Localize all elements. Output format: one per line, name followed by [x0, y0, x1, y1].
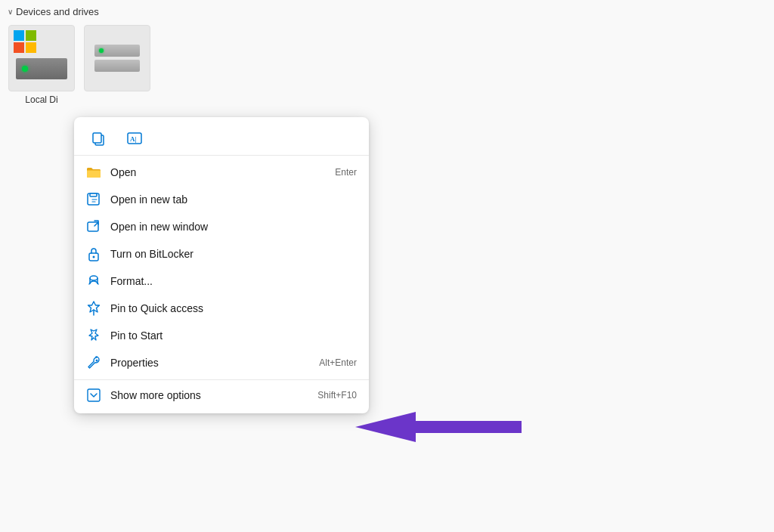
drive-label-1: Local Di	[25, 94, 57, 105]
rename-icon: A|	[126, 130, 143, 147]
menu-open-new-tab-label: Open in new tab	[110, 193, 357, 206]
server-bar-2	[94, 60, 140, 72]
menu-item-pin-quick[interactable]: Pin to Quick access	[74, 295, 369, 322]
svg-rect-2	[14, 42, 24, 53]
new-tab-icon	[86, 192, 101, 207]
pin-start-icon	[86, 328, 101, 343]
context-menu-top-icons: A|	[74, 122, 369, 156]
pin-start-svg	[87, 328, 101, 343]
svg-rect-15	[88, 389, 100, 401]
drive-body-1	[16, 58, 67, 79]
menu-item-properties[interactable]: Properties Alt+Enter	[74, 349, 369, 376]
menu-open-new-window-label: Open in new window	[110, 221, 357, 233]
folder-svg	[86, 166, 101, 178]
purple-arrow	[355, 404, 537, 452]
section-title: Devices and drives	[16, 6, 99, 17]
local-disk-item[interactable]: Local Di	[8, 25, 76, 105]
properties-icon	[86, 355, 101, 370]
menu-item-open-new-tab[interactable]: Open in new tab	[74, 186, 369, 213]
svg-point-12	[93, 256, 95, 258]
svg-rect-9	[90, 193, 97, 196]
menu-item-open-new-window[interactable]: Open in new window	[74, 213, 369, 240]
svg-rect-1	[26, 30, 36, 41]
svg-rect-0	[14, 30, 24, 41]
chevron-icon: ∨	[8, 8, 13, 16]
pin-quick-icon	[86, 301, 101, 316]
menu-open-shortcut: Enter	[335, 167, 357, 178]
menu-item-format[interactable]: Format...	[74, 268, 369, 295]
copy-icon-button[interactable]	[86, 126, 110, 150]
second-disk-icon	[84, 25, 150, 91]
menu-pin-quick-label: Pin to Quick access	[110, 302, 357, 314]
menu-item-pin-start[interactable]: Pin to Start	[74, 322, 369, 349]
new-window-svg	[87, 220, 101, 234]
second-disk-item[interactable]	[83, 25, 151, 105]
arrow-svg	[355, 404, 537, 450]
copy-icon	[91, 131, 106, 146]
format-icon	[86, 274, 101, 289]
svg-text:A|: A|	[130, 135, 136, 143]
new-window-icon	[86, 219, 101, 234]
menu-format-label: Format...	[110, 275, 357, 287]
bitlocker-icon	[86, 246, 101, 261]
svg-point-13	[90, 276, 98, 280]
menu-properties-label: Properties	[110, 357, 310, 369]
svg-rect-3	[26, 42, 36, 53]
more-options-icon	[86, 388, 101, 403]
wrench-svg	[86, 355, 101, 370]
more-svg	[87, 388, 101, 402]
menu-more-options-shortcut: Shift+F10	[317, 390, 357, 401]
devices-label: ∨ Devices and drives	[8, 6, 151, 17]
devices-section: ∨ Devices and drives	[8, 6, 151, 105]
rename-icon-button[interactable]: A|	[122, 126, 147, 150]
windows-logo	[14, 30, 38, 54]
file-explorer-background: ∨ Devices and drives	[0, 0, 774, 532]
menu-bitlocker-label: Turn on BitLocker	[110, 248, 357, 260]
drive-led-1	[22, 66, 28, 72]
menu-properties-shortcut: Alt+Enter	[319, 357, 357, 368]
menu-item-open[interactable]: Open Enter	[74, 159, 369, 186]
pin-svg	[87, 301, 101, 316]
svg-rect-5	[93, 133, 101, 143]
menu-pin-start-label: Pin to Start	[110, 329, 357, 342]
svg-point-14	[96, 360, 98, 362]
drives-row: Local Di	[8, 25, 151, 105]
folder-icon	[86, 165, 101, 180]
format-svg	[86, 274, 101, 289]
menu-item-bitlocker[interactable]: Turn on BitLocker	[74, 240, 369, 268]
new-tab-svg	[87, 193, 101, 206]
context-menu: A| Open Enter O	[74, 117, 369, 413]
local-disk-icon	[8, 25, 75, 91]
menu-more-options-label: Show more options	[110, 389, 308, 401]
lock-svg	[87, 246, 101, 261]
svg-marker-16	[355, 412, 522, 442]
server-bar-1	[94, 45, 140, 57]
menu-item-more-options[interactable]: Show more options Shift+F10	[74, 379, 369, 409]
server-led-1	[99, 48, 104, 53]
menu-open-label: Open	[110, 166, 326, 178]
